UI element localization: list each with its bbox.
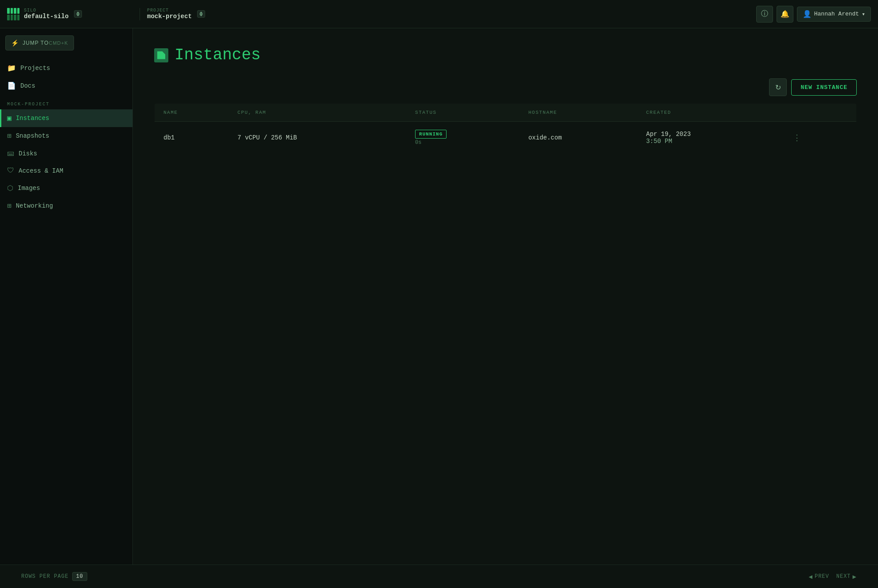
sidebar-section-label: MOCK-PROJECT (0, 95, 132, 109)
toolbar: ↻ NEW INSTANCE (154, 78, 857, 96)
table-row[interactable]: db1 7 vCPU / 256 MiB RUNNING 0s oxide.co… (155, 122, 857, 154)
sidebar-item-instances[interactable]: ▣ Instances (0, 109, 132, 127)
cell-cpu-ram: 7 vCPU / 256 MiB (229, 122, 406, 154)
rows-per-page: ROWS PER PAGE 10 (21, 572, 87, 581)
next-arrow-icon: ▶ (853, 573, 857, 580)
silo-selector[interactable]: SILO default-silo (7, 8, 140, 20)
page-icon (154, 48, 168, 62)
table-body: db1 7 vCPU / 256 MiB RUNNING 0s oxide.co… (155, 122, 857, 154)
sidebar-item-label: Instances (16, 115, 50, 122)
project-arrows[interactable] (197, 10, 205, 18)
doc-icon: 📄 (7, 81, 16, 90)
status-badge: RUNNING (415, 130, 447, 139)
silo-icon (7, 8, 19, 20)
sidebar-item-label: Snapshots (16, 132, 50, 139)
sidebar-item-networking[interactable]: ⊞ Networking (0, 197, 132, 215)
col-hostname: HOSTNAME (520, 104, 637, 122)
cell-actions: ⋮ (781, 122, 856, 154)
disks-icon: 🖴 (7, 149, 14, 158)
sidebar-item-label: Images (18, 185, 40, 192)
rows-per-page-label: ROWS PER PAGE (21, 573, 69, 580)
images-icon: ⬡ (7, 184, 13, 193)
table-footer: ROWS PER PAGE 10 ◀ PREV NEXT ▶ (0, 565, 878, 588)
folder-icon: 📁 (7, 64, 16, 73)
col-actions (781, 104, 856, 122)
new-instance-button[interactable]: NEW INSTANCE (791, 79, 857, 96)
silo-label: SILO default-silo (24, 8, 69, 20)
col-status: STATUS (406, 104, 520, 122)
sidebar-item-label: Projects (20, 65, 50, 72)
page-title: Instances (175, 46, 260, 64)
table-header: NAME CPU, RAM STATUS HOSTNAME CREATED (155, 104, 857, 122)
cell-status: RUNNING 0s (406, 122, 520, 154)
pagination: ◀ PREV NEXT ▶ (809, 573, 857, 580)
cell-created: Apr 19, 20233:50 PM (637, 122, 781, 154)
instances-table: NAME CPU, RAM STATUS HOSTNAME CREATED db… (154, 103, 857, 154)
sidebar-item-disks[interactable]: 🖴 Disks (0, 145, 132, 162)
col-created: CREATED (637, 104, 781, 122)
status-sub: 0s (415, 139, 511, 146)
prev-button[interactable]: ◀ PREV (809, 573, 829, 580)
sidebar-item-label: Access & IAM (19, 167, 63, 174)
cell-hostname: oxide.com (520, 122, 637, 154)
col-name: NAME (155, 104, 229, 122)
notifications-button[interactable]: 🔔 (777, 6, 793, 23)
info-button[interactable]: ⓘ (756, 6, 773, 23)
topnav: SILO default-silo PROJECT mock-project ⓘ… (0, 0, 878, 28)
user-menu-button[interactable]: 👤 Hannah Arendt ▾ (797, 7, 871, 22)
cell-name: db1 (155, 122, 229, 154)
sidebar-item-projects[interactable]: 📁 Projects (0, 59, 132, 77)
jump-to-label: JUMP TO (23, 40, 49, 46)
sidebar-item-images[interactable]: ⬡ Images (0, 179, 132, 197)
row-menu-button[interactable]: ⋮ (789, 131, 804, 144)
project-selector[interactable]: PROJECT mock-project (140, 8, 205, 20)
user-chevron-icon: ▾ (862, 11, 865, 18)
main-content: Instances ↻ NEW INSTANCE NAME CPU, RAM S… (133, 28, 878, 565)
next-label: NEXT (836, 573, 851, 580)
topnav-right: ⓘ 🔔 👤 Hannah Arendt ▾ (756, 6, 871, 23)
rows-count[interactable]: 10 (72, 572, 87, 581)
silo-prefix: SILO (24, 8, 69, 13)
jump-icon: ⚡ (11, 39, 19, 46)
sidebar-item-docs[interactable]: 📄 Docs (0, 77, 132, 95)
next-button[interactable]: NEXT ▶ (836, 573, 857, 580)
prev-label: PREV (815, 573, 829, 580)
prev-arrow-icon: ◀ (809, 573, 813, 580)
silo-arrows[interactable] (74, 10, 82, 18)
sidebar: ⚡ JUMP TO CMD+K 📁 Projects 📄 Docs MOCK-P… (0, 28, 133, 565)
sidebar-item-label: Disks (19, 150, 37, 157)
main-layout: ⚡ JUMP TO CMD+K 📁 Projects 📄 Docs MOCK-P… (0, 28, 878, 565)
sidebar-item-access-iam[interactable]: 🛡 Access & IAM (0, 162, 132, 179)
jump-to-shortcut: CMD+K (49, 40, 68, 46)
col-cpu-ram: CPU, RAM (229, 104, 406, 122)
jump-to-button[interactable]: ⚡ JUMP TO CMD+K (5, 35, 74, 50)
project-name: mock-project (147, 13, 192, 20)
refresh-button[interactable]: ↻ (769, 78, 787, 96)
page-header: Instances (154, 46, 857, 64)
snapshots-icon: ⊞ (7, 132, 12, 140)
instances-icon: ▣ (7, 114, 12, 123)
sidebar-item-label: Docs (20, 82, 35, 89)
shield-icon: 🛡 (7, 166, 14, 175)
avatar-icon: 👤 (803, 10, 812, 19)
networking-icon: ⊞ (7, 201, 12, 210)
silo-name: default-silo (24, 13, 69, 20)
user-name: Hannah Arendt (814, 11, 859, 17)
project-prefix: PROJECT (147, 8, 192, 13)
sidebar-item-label: Networking (16, 202, 53, 209)
sidebar-item-snapshots[interactable]: ⊞ Snapshots (0, 127, 132, 145)
